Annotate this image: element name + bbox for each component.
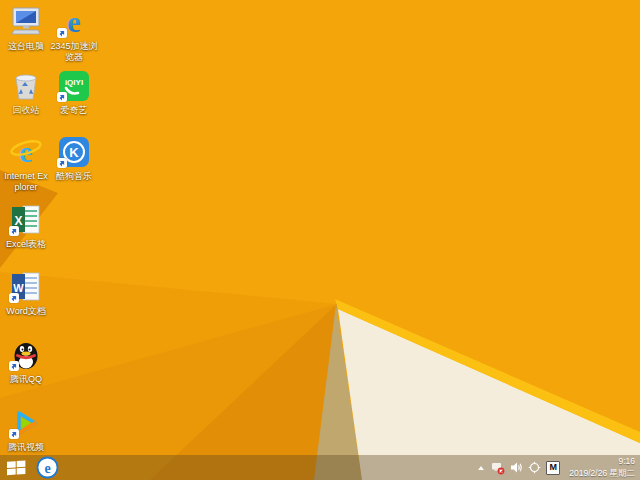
desktop-icon-excel[interactable]: X Excel表格 — [2, 203, 50, 250]
icon-label: 腾讯视频 — [8, 442, 44, 453]
svg-text:K: K — [69, 145, 79, 160]
kugou-music-icon: K — [57, 135, 91, 169]
desktop-icon-recycle-bin[interactable]: 回收站 — [2, 69, 50, 116]
iqiyi-icon: iQIYI — [57, 69, 91, 103]
desktop-icon-word[interactable]: W Word文档 — [2, 270, 50, 317]
icon-label: Word文档 — [6, 306, 45, 317]
shortcut-arrow-icon — [57, 158, 67, 168]
crosshair-utility-icon[interactable] — [528, 455, 541, 480]
tencent-video-icon — [9, 406, 43, 440]
taskbar-ie-button[interactable]: e — [32, 455, 62, 480]
desktop-icon-this-pc[interactable]: 这台电脑 — [2, 5, 50, 52]
icon-label: 这台电脑 — [8, 41, 44, 52]
taskbar: e — [0, 455, 640, 480]
start-button[interactable] — [0, 455, 32, 480]
ie-taskbar-icon: e — [36, 456, 59, 479]
desktop-icon-2345-browser[interactable]: e 2345加速浏览器 — [50, 5, 98, 62]
network-error-icon[interactable] — [491, 455, 505, 480]
2345-browser-icon: e — [57, 5, 91, 39]
shortcut-arrow-icon — [9, 226, 19, 236]
svg-text:e: e — [44, 461, 50, 476]
this-pc-icon — [9, 5, 43, 39]
icon-label: Excel表格 — [6, 239, 46, 250]
svg-text:W: W — [13, 282, 24, 294]
icon-label: 爱奇艺 — [61, 105, 88, 116]
shortcut-arrow-icon — [9, 361, 19, 371]
svg-text:e: e — [67, 5, 80, 38]
volume-icon[interactable] — [510, 455, 523, 480]
taskbar-clock[interactable]: 9:16 2019/2/26 星期二 — [565, 456, 635, 478]
desktop-icon-tencent-video[interactable]: 腾讯视频 — [2, 406, 50, 453]
desktop-screen: 这台电脑 e 2345加速浏览器 回收站 — [0, 0, 640, 480]
icon-label: 酷狗音乐 — [56, 171, 92, 182]
clock-date: 2019/2/26 星期二 — [569, 468, 635, 479]
shortcut-arrow-icon — [57, 92, 67, 102]
icon-label: 2345加速浏览器 — [50, 41, 98, 62]
shortcut-arrow-icon — [57, 28, 67, 38]
shortcut-arrow-icon — [9, 293, 19, 303]
desktop-icon-internet-explorer[interactable]: e Internet Explorer — [2, 135, 50, 192]
qq-icon — [9, 338, 43, 372]
recycle-bin-icon — [9, 69, 43, 103]
windows-logo-icon — [7, 460, 26, 476]
system-tray: M 9:16 2019/2/26 星期二 — [476, 455, 640, 480]
icon-label: 回收站 — [13, 105, 40, 116]
ime-mode-letter: M — [546, 461, 560, 475]
ime-mode-indicator[interactable]: M — [546, 455, 560, 480]
word-icon: W — [9, 270, 43, 304]
shortcut-arrow-icon — [9, 429, 19, 439]
excel-icon: X — [9, 203, 43, 237]
internet-explorer-icon: e — [9, 135, 43, 169]
hidden-icons-chevron-icon[interactable] — [476, 455, 486, 480]
svg-text:iQIYI: iQIYI — [65, 78, 83, 87]
desktop-icon-kugou-music[interactable]: K 酷狗音乐 — [50, 135, 98, 182]
desktop-icon-tencent-qq[interactable]: 腾讯QQ — [2, 338, 50, 385]
icon-label: 腾讯QQ — [10, 374, 42, 385]
icon-label: Internet Explorer — [2, 171, 50, 192]
desktop-icon-iqiyi[interactable]: iQIYI 爱奇艺 — [50, 69, 98, 116]
clock-time: 9:16 — [569, 456, 635, 467]
